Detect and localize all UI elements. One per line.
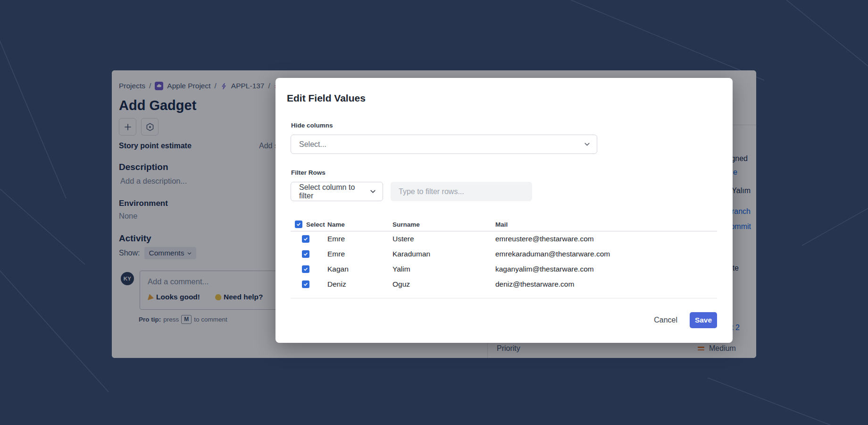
cell-surname: Ustere <box>392 235 495 243</box>
row-checkbox[interactable] <box>302 250 309 258</box>
header-mail: Mail <box>495 221 717 228</box>
row-checkbox[interactable] <box>302 235 309 243</box>
hide-columns-select[interactable]: Select... <box>291 135 597 154</box>
cell-surname: Karaduman <box>392 250 495 258</box>
filter-column-select[interactable]: Select column to filter <box>291 182 383 201</box>
modal-footer: Cancel Save <box>654 312 717 328</box>
filter-rows-label: Filter Rows <box>291 169 326 176</box>
table-row: Kagan Yalim kaganyalim@thestarware.com <box>291 262 717 277</box>
cell-name: Emre <box>327 250 392 258</box>
hide-columns-placeholder: Select... <box>291 140 326 149</box>
cell-name: Deniz <box>327 280 392 289</box>
field-values-table: Select Name Surname Mail Emre Ustere emr… <box>291 218 717 298</box>
table-row: Emre Ustere emreustere@thestarware.com <box>291 231 717 246</box>
row-checkbox[interactable] <box>302 280 309 288</box>
hide-columns-label: Hide columns <box>291 122 333 129</box>
table-header-row: Select Name Surname Mail <box>291 218 717 231</box>
cell-mail: deniz@thestarware.com <box>495 280 717 289</box>
header-name: Name <box>327 221 392 228</box>
select-all-checkbox[interactable] <box>295 221 302 228</box>
cell-name: Emre <box>327 235 392 243</box>
desktop-background: Projects / Apple Project / APPL-137 / AP… <box>0 0 868 425</box>
filter-rows-input-placeholder: Type to filter rows... <box>391 187 464 196</box>
edit-field-values-modal: Edit Field Values Hide columns Select...… <box>275 78 733 343</box>
header-surname: Surname <box>392 221 495 228</box>
chevron-down-icon <box>584 141 591 148</box>
modal-title: Edit Field Values <box>287 93 366 104</box>
table-row: Emre Karaduman emrekaraduman@thestarware… <box>291 246 717 262</box>
cell-surname: Oguz <box>392 280 495 289</box>
filter-column-placeholder: Select column to filter <box>291 183 369 200</box>
row-checkbox[interactable] <box>302 265 309 273</box>
cell-surname: Yalim <box>392 265 495 273</box>
table-row: Deniz Oguz deniz@thestarware.com <box>291 277 717 292</box>
cell-name: Kagan <box>327 265 392 273</box>
cell-mail: emreustere@thestarware.com <box>495 235 717 243</box>
table-bottom-border <box>291 292 717 298</box>
cell-mail: emrekaraduman@thestarware.com <box>495 250 717 258</box>
filter-rows-input[interactable]: Type to filter rows... <box>391 182 532 201</box>
cell-mail: kaganyalim@thestarware.com <box>495 265 717 273</box>
header-select: Select <box>306 221 325 228</box>
cancel-button[interactable]: Cancel <box>654 316 677 324</box>
save-button[interactable]: Save <box>690 312 717 328</box>
chevron-down-icon <box>369 188 376 195</box>
